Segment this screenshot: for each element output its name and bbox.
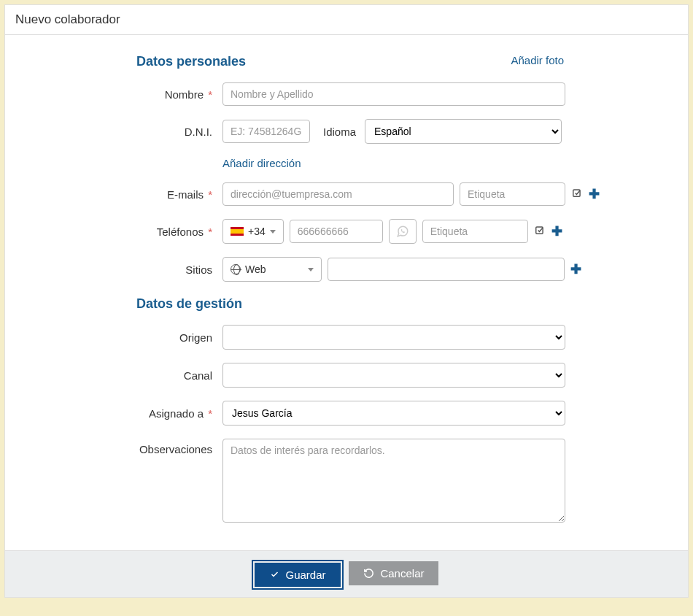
email-input[interactable]	[222, 182, 454, 206]
required-mark: *	[205, 88, 212, 101]
phone-tag-input[interactable]	[422, 220, 528, 243]
canal-select[interactable]	[222, 363, 565, 388]
email-primary-check-icon[interactable]	[571, 187, 583, 201]
row-asignado: Asignado a * Jesus García	[34, 401, 659, 426]
save-button-label: Guardar	[286, 569, 326, 581]
required-mark: *	[205, 226, 212, 238]
whatsapp-icon	[396, 225, 409, 238]
label-emails: E-mails *	[34, 188, 222, 201]
country-code-dropdown[interactable]: +34	[222, 219, 284, 244]
dialog-title: Nuevo colaborador	[5, 5, 688, 35]
label-observaciones: Observaciones	[34, 439, 222, 455]
label-dni: D.N.I.	[34, 126, 222, 138]
phone-primary-check-icon[interactable]	[534, 224, 546, 239]
dialog-content: Añadir foto Datos personales Nombre * D.…	[5, 35, 688, 550]
add-email-icon[interactable]: ✚	[589, 186, 600, 202]
label-canal: Canal	[34, 369, 222, 382]
label-nombre: Nombre *	[34, 88, 222, 101]
origen-select[interactable]	[222, 325, 565, 350]
svg-rect-0	[573, 190, 580, 196]
row-nombre: Nombre *	[34, 82, 659, 106]
row-observaciones: Observaciones	[34, 439, 659, 523]
add-phone-icon[interactable]: ✚	[551, 223, 562, 239]
row-dni: D.N.I. Idioma Español	[34, 119, 659, 144]
phone-input[interactable]	[290, 220, 383, 243]
row-canal: Canal	[34, 363, 659, 388]
email-tag-input[interactable]	[460, 182, 565, 206]
dialog-new-collaborator: Nuevo colaborador Añadir foto Datos pers…	[4, 4, 689, 598]
label-idioma: Idioma	[323, 126, 356, 138]
label-sitios: Sitios	[34, 263, 222, 276]
check-icon	[269, 570, 280, 579]
cancel-button-label: Cancelar	[380, 567, 424, 580]
svg-rect-1	[536, 227, 543, 234]
site-input[interactable]	[328, 258, 565, 281]
save-button[interactable]: Guardar	[255, 563, 341, 587]
nombre-input[interactable]	[222, 82, 565, 106]
cancel-button[interactable]: Cancelar	[349, 561, 438, 585]
add-address-link[interactable]: Añadir dirección	[222, 157, 301, 169]
idioma-select[interactable]: Español	[365, 119, 562, 144]
row-telefonos: Teléfonos * +34 ✚	[34, 219, 659, 244]
row-origen: Origen	[34, 325, 659, 350]
required-mark: *	[205, 407, 212, 420]
asignado-select[interactable]: Jesus García	[222, 401, 565, 426]
row-emails: E-mails * ✚	[34, 182, 659, 206]
add-photo-link[interactable]: Añadir foto	[511, 54, 564, 66]
chevron-down-icon	[270, 230, 276, 234]
dni-input[interactable]	[222, 120, 310, 143]
globe-icon	[231, 264, 241, 274]
undo-icon	[363, 568, 374, 579]
dialog-footer: Guardar Cancelar	[5, 550, 688, 597]
chevron-down-icon	[308, 268, 314, 272]
label-telefonos: Teléfonos *	[34, 226, 222, 238]
required-mark: *	[205, 188, 212, 201]
flag-spain-icon	[231, 227, 244, 236]
section-header-personal: Datos personales	[136, 54, 659, 69]
row-sitios: Sitios Web ✚	[34, 257, 659, 282]
whatsapp-toggle[interactable]	[389, 219, 417, 244]
section-header-management: Datos de gestión	[136, 296, 659, 312]
observaciones-textarea[interactable]	[222, 439, 565, 523]
row-address: Añadir dirección	[34, 157, 659, 169]
site-type-text: Web	[245, 263, 266, 275]
add-site-icon[interactable]: ✚	[570, 261, 581, 277]
label-asignado: Asignado a *	[34, 407, 222, 420]
label-origen: Origen	[34, 331, 222, 344]
country-code-text: +34	[248, 226, 266, 237]
site-type-dropdown[interactable]: Web	[222, 257, 322, 282]
